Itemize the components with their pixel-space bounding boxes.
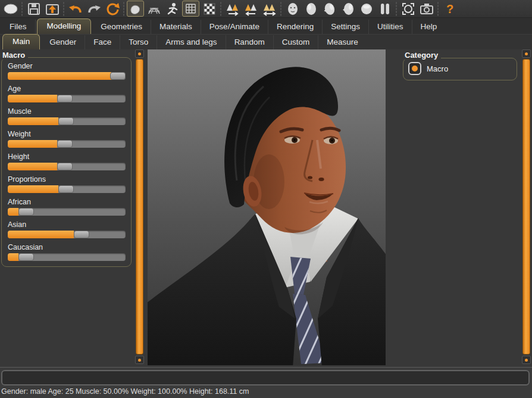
slider-fill xyxy=(8,117,58,125)
tab-settings[interactable]: Settings xyxy=(323,20,369,34)
slider-row-age: Age xyxy=(8,85,126,102)
macro-panel: GenderAgeMuscleWeightHeightProportionsAf… xyxy=(1,57,132,267)
slider-fill xyxy=(8,185,58,193)
slider-row-caucasian: Caucasian xyxy=(8,243,126,261)
subtab-measure[interactable]: Measure xyxy=(318,35,367,49)
toolbar-group-separator xyxy=(395,2,398,16)
tab-modelling[interactable]: Modelling xyxy=(37,18,92,34)
view-face-icon[interactable] xyxy=(284,1,301,17)
redo-icon[interactable] xyxy=(85,1,102,17)
slider-handle[interactable] xyxy=(57,163,73,170)
save-icon[interactable] xyxy=(25,1,42,17)
slider-fill xyxy=(8,140,57,148)
wireframe-icon[interactable] xyxy=(145,1,162,17)
category-panel: Macro xyxy=(403,58,517,80)
view-legs-icon[interactable] xyxy=(376,1,393,17)
category-option-macro[interactable]: Macro xyxy=(408,62,512,75)
slider-label: Gender xyxy=(8,62,126,70)
sub-tab-bar: MainGenderFaceTorsoArms and legsRandomCu… xyxy=(0,34,532,49)
age-slider[interactable] xyxy=(8,95,126,102)
tab-files[interactable]: Files xyxy=(1,20,36,34)
muscle-slider[interactable] xyxy=(8,117,126,125)
right-panel-scrollbar[interactable] xyxy=(522,49,531,365)
help-icon[interactable]: ? xyxy=(441,1,458,17)
symmetry-both-icon[interactable] xyxy=(261,1,278,17)
slider-handle[interactable] xyxy=(58,117,74,125)
scroll-up-button[interactable] xyxy=(522,49,531,58)
toolbar-group-separator xyxy=(122,2,126,16)
3d-viewport[interactable] xyxy=(148,49,386,365)
scroll-down-button[interactable] xyxy=(522,356,531,364)
view-profile-icon[interactable] xyxy=(339,1,356,17)
scroll-dot-icon xyxy=(525,52,528,55)
gender-slider[interactable] xyxy=(8,72,126,80)
symmetry-right-icon[interactable] xyxy=(224,1,241,17)
scroll-down-button[interactable] xyxy=(135,356,144,364)
bottom-separator xyxy=(0,367,532,368)
caucasian-slider[interactable] xyxy=(8,253,126,261)
proportions-slider[interactable] xyxy=(8,185,126,193)
slider-fill xyxy=(8,208,18,216)
subtab-face[interactable]: Face xyxy=(85,35,120,49)
macro-panel-title: Macro xyxy=(2,51,28,60)
slider-fill xyxy=(8,72,111,80)
symmetry-left-icon[interactable] xyxy=(242,1,259,17)
smooth-shading-icon[interactable] xyxy=(127,1,144,17)
slider-row-muscle: Muscle xyxy=(8,107,126,125)
tab-utilities[interactable]: Utilities xyxy=(369,20,412,34)
tab-pose-animate[interactable]: Pose/Animate xyxy=(201,20,268,34)
slider-handle[interactable] xyxy=(57,95,73,102)
slider-row-weight: Weight xyxy=(8,130,126,148)
african-slider[interactable] xyxy=(8,208,126,216)
weight-slider[interactable] xyxy=(8,140,126,148)
subtab-gender[interactable]: Gender xyxy=(41,35,85,49)
slider-fill xyxy=(8,253,18,261)
slider-handle[interactable] xyxy=(58,185,74,193)
reset-mesh-icon[interactable] xyxy=(104,1,121,17)
left-panel-scrollbar[interactable] xyxy=(135,49,145,365)
subtab-arms-and-legs[interactable]: Arms and legs xyxy=(157,35,226,49)
slider-row-height: Height xyxy=(8,153,126,170)
progress-bar xyxy=(1,370,530,385)
background-texture-icon[interactable] xyxy=(201,1,218,17)
subtab-custom[interactable]: Custom xyxy=(274,35,319,49)
scrollbar-thumb[interactable] xyxy=(136,59,143,355)
slider-row-proportions: Proportions xyxy=(8,175,126,193)
slider-fill xyxy=(8,163,57,170)
tab-rendering[interactable]: Rendering xyxy=(268,20,323,34)
scrollbar-thumb[interactable] xyxy=(522,59,530,355)
subtab-torso[interactable]: Torso xyxy=(120,35,157,49)
makehuman-window: { "colors":{"accent":"#F0952F","accent_d… xyxy=(0,0,532,398)
tab-help[interactable]: Help xyxy=(412,20,446,34)
radio-button[interactable] xyxy=(408,62,421,75)
tab-materials[interactable]: Materials xyxy=(151,20,201,34)
subtab-main[interactable]: Main xyxy=(2,34,40,49)
reset-camera-icon[interactable] xyxy=(399,1,417,17)
asian-slider[interactable] xyxy=(8,231,126,238)
toolbar-group-separator xyxy=(219,2,223,16)
view-three-quarter-icon[interactable] xyxy=(321,1,338,17)
slider-handle[interactable] xyxy=(57,140,73,148)
scroll-up-button[interactable] xyxy=(135,49,144,58)
slider-handle[interactable] xyxy=(110,72,126,80)
slider-fill xyxy=(8,95,57,102)
slider-label: Caucasian xyxy=(8,243,126,251)
slider-handle[interactable] xyxy=(74,231,89,238)
mesh-icon[interactable] xyxy=(2,1,19,17)
slider-label: Asian xyxy=(8,220,126,229)
grab-canvas-icon[interactable] xyxy=(418,1,435,17)
skeleton-icon[interactable] xyxy=(164,1,181,17)
height-slider[interactable] xyxy=(8,163,126,170)
view-back-icon[interactable] xyxy=(302,1,320,17)
svg-text:?: ? xyxy=(446,2,453,15)
subtab-random[interactable]: Random xyxy=(226,35,274,49)
undo-icon[interactable] xyxy=(67,1,84,17)
subdivision-grid-icon[interactable] xyxy=(182,1,199,17)
slider-handle[interactable] xyxy=(18,253,34,261)
view-top-icon[interactable] xyxy=(358,1,375,17)
scroll-dot-icon xyxy=(138,52,141,55)
tab-geometries[interactable]: Geometries xyxy=(92,20,151,34)
load-icon[interactable] xyxy=(43,1,61,17)
slider-handle[interactable] xyxy=(18,208,34,216)
slider-label: Muscle xyxy=(8,107,126,116)
